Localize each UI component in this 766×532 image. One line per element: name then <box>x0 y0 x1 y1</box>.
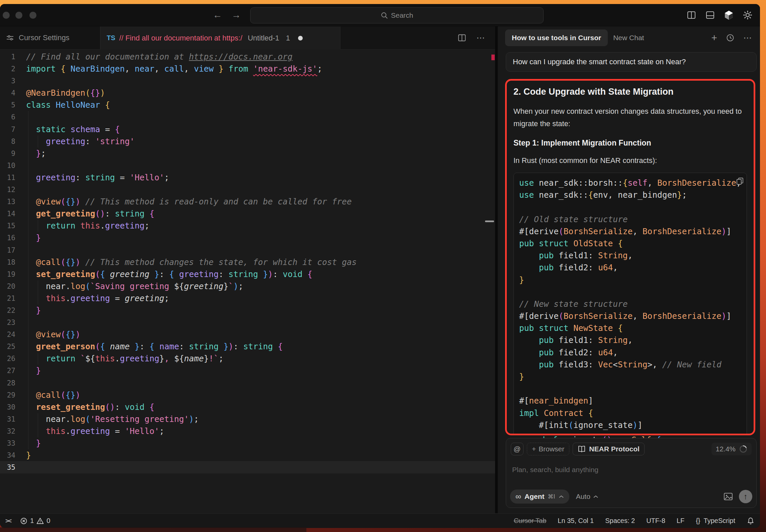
language-mode[interactable]: {} TypeScript <box>696 517 735 525</box>
back-button[interactable]: ← <box>213 4 222 26</box>
agent-shortcut: ⌘I <box>548 493 555 500</box>
book-icon <box>578 445 586 453</box>
desktop-wallpaper: ← → Search <box>0 0 766 532</box>
gear-icon[interactable] <box>743 10 753 20</box>
editor-tab-strip: Cursor Settings TS // Find all our docum… <box>0 26 495 50</box>
warning-count: 0 <box>46 517 50 525</box>
code-editor[interactable]: 1234567891011121314151617181920212223242… <box>0 50 495 513</box>
chat-tab-new[interactable]: New Chat <box>613 34 644 42</box>
tab-untitled-file[interactable]: TS // Find all our documentation at http… <box>100 26 341 50</box>
code-content: // Find all our documentation at https:/… <box>26 51 357 473</box>
status-bar: >< 1 0 Cursor Tab Ln 35, Col 1 Spaces: 2… <box>0 513 760 528</box>
error-icon <box>20 517 27 525</box>
new-chat-icon[interactable]: + <box>711 33 717 43</box>
modified-dot-icon[interactable] <box>298 36 303 40</box>
forward-button[interactable]: → <box>231 4 241 26</box>
split-editor-icon[interactable] <box>458 33 466 42</box>
indentation-setting[interactable]: Spaces: 2 <box>605 517 635 525</box>
chevron-up-icon <box>559 495 564 499</box>
pane-splitter[interactable] <box>495 26 498 513</box>
language-label: TypeScript <box>704 517 735 525</box>
answer-subheading: Step 1: Implement Migration Function <box>513 139 747 148</box>
usage-ring-icon <box>739 445 748 453</box>
rust-code-content: use near_sdk::borsh::{self, BorshDeseria… <box>519 177 747 431</box>
plus-icon: + <box>532 445 536 453</box>
overview-ruler-error-mark <box>491 55 495 60</box>
search-placeholder: Search <box>391 11 413 19</box>
traffic-light-minimize[interactable] <box>15 12 22 19</box>
search-icon <box>381 12 388 19</box>
error-count: 1 <box>30 517 34 525</box>
annotated-answer-region: 2. Code Upgrade with State Migration Whe… <box>505 79 755 435</box>
cursor-tab-toggle[interactable]: Cursor Tab <box>514 517 546 525</box>
agent-mode-selector[interactable]: ∞ Agent ⌘I <box>510 490 569 504</box>
agent-label: Agent <box>524 493 545 501</box>
browser-chip-label: Browser <box>539 445 564 453</box>
chevron-up-icon <box>593 495 598 499</box>
chat-header: How to use tools in Cursor New Chat + ⋯ <box>498 26 760 49</box>
tab-file-preview: // Find all our documentation at https:/ <box>119 34 243 42</box>
infinity-icon: ∞ <box>515 492 521 501</box>
traffic-light-close[interactable] <box>3 12 10 19</box>
chat-tab-active[interactable]: How to use tools in Cursor <box>505 29 608 46</box>
titlebar: ← → Search <box>0 4 760 26</box>
traffic-light-zoom[interactable] <box>29 12 36 19</box>
tab-cursor-settings[interactable]: Cursor Settings <box>0 26 100 49</box>
chat-input-placeholder: Plan, search, build anything <box>512 466 598 474</box>
warning-icon <box>36 517 44 525</box>
cursor-position[interactable]: Ln 35, Col 1 <box>558 517 594 525</box>
send-button[interactable]: ↑ <box>739 490 752 503</box>
chat-panel: How to use tools in Cursor New Chat + ⋯ … <box>498 26 760 513</box>
toggle-panel-icon[interactable] <box>705 10 715 20</box>
answer-paragraph: In Rust (most common for NEAR contracts)… <box>513 154 747 167</box>
editor-more-actions-icon[interactable]: ⋯ <box>476 33 486 43</box>
typescript-file-icon: TS <box>107 34 115 42</box>
bell-icon[interactable] <box>747 517 755 525</box>
user-question-bubble: How can I upgrade the smart contract sta… <box>506 52 757 72</box>
answer-heading: 2. Code Upgrade with State Migration <box>513 87 747 97</box>
answer-paragraph: When your new contract version changes d… <box>513 105 747 130</box>
image-attach-icon[interactable] <box>724 493 733 501</box>
mention-button[interactable]: @ <box>511 443 523 455</box>
rust-code-block[interactable]: use near_sdk::borsh::{self, BorshDeseria… <box>513 173 747 435</box>
line-numbers: 1234567891011121314151617181920212223242… <box>0 51 15 473</box>
copy-code-icon[interactable] <box>736 177 744 185</box>
settings-sliders-icon <box>6 34 14 42</box>
encoding-setting[interactable]: UTF-8 <box>646 517 665 525</box>
context-chip-label: NEAR Protocol <box>589 445 640 453</box>
chat-more-actions-icon[interactable]: ⋯ <box>743 33 753 43</box>
cursor-logo-icon[interactable] <box>724 10 734 20</box>
chat-input-box[interactable]: @ + Browser NEAR Protocol 12.4% <box>506 438 757 508</box>
remote-indicator-icon[interactable]: >< <box>5 517 11 525</box>
eol-setting[interactable]: LF <box>677 517 684 525</box>
problems-indicator[interactable]: 1 0 <box>20 517 50 525</box>
model-selector[interactable]: Auto <box>576 493 598 501</box>
context-usage-indicator[interactable]: 12.4% <box>711 443 752 455</box>
overview-ruler-marker <box>485 220 494 222</box>
braces-icon: {} <box>696 517 700 525</box>
history-icon[interactable] <box>726 33 735 42</box>
tab-problem-count: 1 <box>286 34 290 42</box>
app-window: ← → Search <box>0 4 760 528</box>
editor-pane: Cursor Settings TS // Find all our docum… <box>0 26 495 513</box>
usage-percent: 12.4% <box>715 445 736 453</box>
context-doc-chip[interactable]: NEAR Protocol <box>573 443 645 455</box>
search-input[interactable]: Search <box>250 7 544 23</box>
browser-chip[interactable]: + Browser <box>527 443 569 455</box>
model-label: Auto <box>576 493 590 501</box>
tab-file-name: Untitled-1 <box>248 34 279 42</box>
tab-label: Cursor Settings <box>19 33 70 42</box>
split-columns-icon[interactable] <box>686 10 696 20</box>
